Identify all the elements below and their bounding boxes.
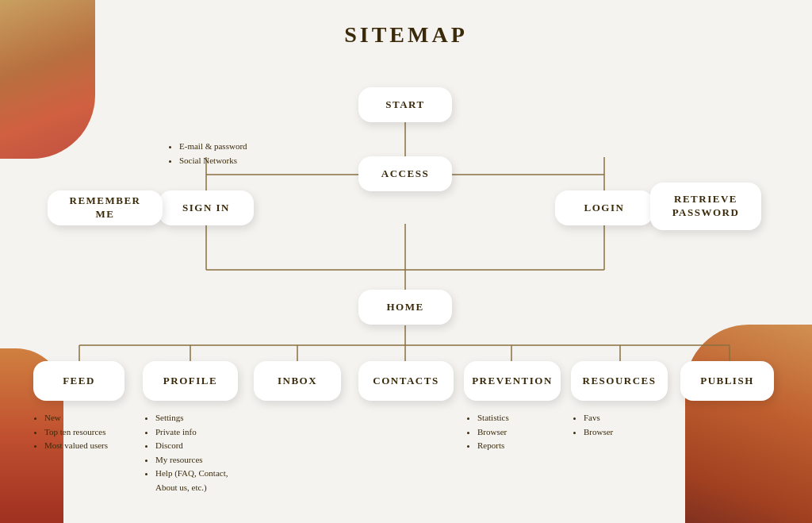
node-inbox: INBOX: [254, 361, 341, 401]
node-start: START: [358, 87, 452, 122]
profile-bullets: Settings Private info Discord My resourc…: [144, 411, 228, 495]
node-prevention: PREVENTION: [464, 361, 561, 401]
prevention-bullets: Statistics Browser Reports: [466, 411, 509, 453]
node-feed: FEED: [33, 361, 124, 401]
node-contacts: CONTACTS: [358, 361, 454, 401]
node-home: HOME: [358, 290, 452, 325]
node-remember-me: REMEMBER ME: [48, 190, 163, 225]
page-title: SITEMAP: [0, 0, 812, 48]
node-login: LOGIN: [555, 190, 653, 225]
resources-bullets: Favs Browser: [573, 411, 613, 439]
node-access: ACCESS: [358, 156, 452, 191]
node-profile: PROFILE: [143, 361, 238, 401]
node-retrieve-password: RETRIEVE PASSWORD: [650, 183, 761, 230]
feed-bullets: New Top ten resources Most valued users: [33, 411, 108, 453]
node-signin: SIGN IN: [159, 190, 254, 225]
signin-bullets: E-mail & password Social Networks: [168, 140, 247, 167]
node-publish: PUBLISH: [680, 361, 774, 401]
node-resources: RESOURCES: [571, 361, 668, 401]
